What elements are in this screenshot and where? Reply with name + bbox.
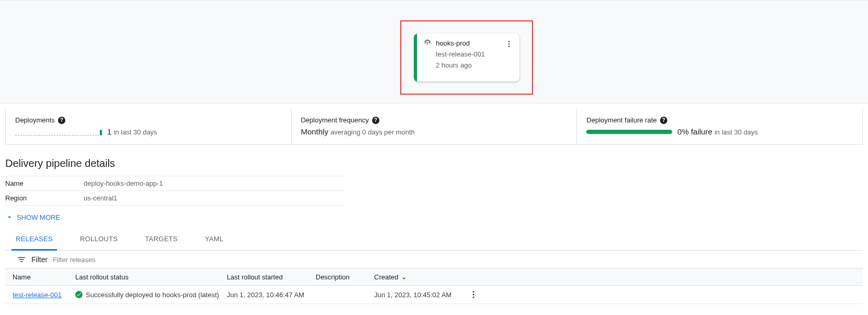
help-icon[interactable]: ? [372,117,379,124]
pipeline-stage-area: hooks-prod test-release-001 2 hours ago [0,0,868,104]
annotation-highlight: hooks-prod test-release-001 2 hours ago [400,20,533,95]
col-started[interactable]: Last rollout started [227,273,316,281]
metric-failure-label: Deployment failure rate [586,116,656,124]
svg-point-5 [473,297,474,298]
release-link[interactable]: test-release-001 [13,291,62,299]
svg-point-2 [508,46,510,47]
detail-region-label: Region [5,194,84,202]
svg-point-1 [508,43,510,45]
metrics-panel: Deployments ? 1 in last 30 days Deployme… [5,109,863,145]
row-more-menu-button[interactable] [463,290,484,299]
help-icon[interactable]: ? [58,117,65,124]
deployments-period: in last 30 days [114,128,157,136]
col-created[interactable]: Created [374,273,463,281]
kubernetes-icon [423,39,432,47]
tab-yaml[interactable]: YAML [201,229,228,251]
detail-name-value: deploy-hooks-demo-app-1 [84,179,163,187]
tab-releases[interactable]: RELEASES [11,229,57,251]
failure-period: in last 30 days [714,128,758,136]
deployments-sparkline [15,128,102,136]
deployments-count: 1 [107,127,111,136]
show-more-button[interactable]: SHOW MORE [5,213,863,221]
col-name[interactable]: Name [13,273,75,281]
svg-point-3 [473,291,474,292]
metric-frequency: Deployment frequency ? Monthly averaging… [292,109,577,144]
rollout-status-text: Successfully deployed to hooks-prod (lat… [86,291,219,299]
failure-rate-bar [586,130,672,134]
help-icon[interactable]: ? [660,117,667,124]
deployment-target-card[interactable]: hooks-prod test-release-001 2 hours ago [414,33,519,82]
filter-input[interactable] [53,256,157,264]
table-row: test-release-001 Successfully deployed t… [5,286,863,304]
chevron-down-icon [5,213,14,221]
col-created-label: Created [374,273,398,281]
metric-deployments-label: Deployments [15,116,55,124]
tab-rollouts[interactable]: ROLLOUTS [76,229,122,251]
tab-targets[interactable]: TARGETS [141,229,182,251]
metric-failure-rate: Deployment failure rate ? 0% failure in … [577,109,862,144]
filter-bar: Filter [5,251,863,269]
metric-deployments: Deployments ? 1 in last 30 days [6,109,292,144]
card-more-menu-button[interactable] [503,38,515,52]
rollout-started-text: Jun 1, 2023, 10:46:47 AM [227,291,316,299]
show-more-label: SHOW MORE [17,213,60,221]
col-description[interactable]: Description [316,273,374,281]
page-title: Delivery pipeline details [5,158,863,170]
tab-bar: RELEASES ROLLOUTS TARGETS YAML [5,229,863,251]
frequency-value: Monthly [301,127,329,136]
rollout-created-text: Jun 1, 2023, 10:45:02 AM [374,291,463,299]
arrow-down-icon [400,274,408,281]
table-header-row: Name Last rollout status Last rollout st… [5,269,863,286]
metric-frequency-label: Deployment frequency [301,116,369,124]
filter-label: Filter [31,255,48,264]
detail-name-label: Name [5,179,84,187]
svg-point-4 [473,294,474,296]
releases-table: Name Last rollout status Last rollout st… [5,269,863,304]
failure-value: 0% failure [677,127,712,136]
target-name: hooks-prod [436,39,470,47]
frequency-sub: averaging 0 days per month [330,128,414,136]
detail-region-value: us-central1 [84,194,117,202]
pipeline-details: Name deploy-hooks-demo-app-1 Region us-c… [5,176,345,206]
release-time: 2 hours ago [436,61,514,69]
success-check-icon [75,291,83,298]
col-status[interactable]: Last rollout status [75,273,227,281]
svg-point-0 [508,41,510,42]
filter-icon [17,255,26,264]
